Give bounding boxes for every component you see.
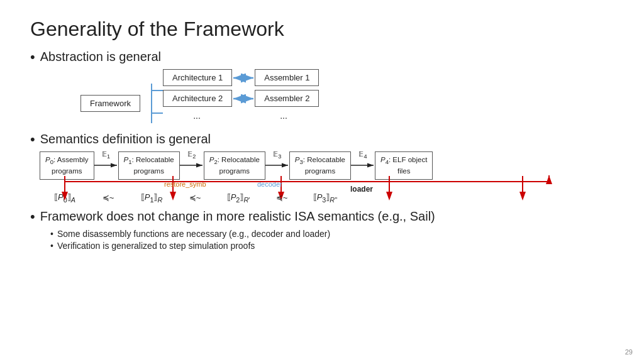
pipe-box-3: P3: Relocatableprograms [289, 151, 351, 180]
bullet2-main: • Semantics definition is general [30, 132, 614, 146]
sem-3: ⟦P3⟧R'' [294, 192, 357, 204]
edge-label-3: 𝔼4 [358, 150, 367, 160]
pipe-arrow-2: 𝔼3 [265, 159, 289, 172]
sub-bullet-2: • Verification is generalized to step si… [50, 241, 614, 251]
dots-spacer [232, 111, 255, 121]
pipeline-row: P0: Assemblyprograms 𝔼1 P1: Relocatablep… [40, 151, 614, 180]
rel-1: restore_symb ≼~ [183, 193, 207, 202]
bullet3-text: Framework does not change in more realis… [40, 209, 435, 224]
asm-dots: ... [258, 111, 309, 121]
pipe-box-4: P4: ELF objectfiles [375, 151, 433, 180]
rel-2: decoder ≼~ [270, 193, 294, 202]
sub-bullet1-text: Some disassembly functions are necessary… [57, 229, 330, 239]
arch1-box: Architecture 1 [163, 69, 232, 86]
bullet1-dot: • [30, 50, 35, 64]
slide: Generality of the Framework • Abstractio… [0, 0, 644, 362]
sem-1: ⟦P1⟧R [120, 192, 183, 204]
bullet1-main: • Abstraction is general [30, 50, 614, 64]
bullet2-section: • Semantics definition is general P0: As… [30, 132, 614, 203]
arrow-arch1-asm1 [232, 72, 255, 84]
pipe-arrow-3: 𝔼4 [351, 159, 375, 172]
arrow-arch2-asm2 [232, 92, 255, 105]
bullet3-dot: • [30, 210, 35, 224]
pipe-arrow-1: 𝔼2 [180, 159, 204, 172]
rel-0: ≼~ [96, 193, 120, 202]
sem-0: ⟦P0⟧A [33, 192, 96, 204]
bullet3-section: • Framework does not change in more real… [30, 209, 614, 251]
edge-label-1: 𝔼2 [187, 150, 196, 160]
fn-decoder: decoder [257, 180, 282, 188]
arch2-box: Architecture 2 [163, 90, 232, 107]
framework-box: Framework [80, 95, 140, 112]
arch-row-1: Architecture 1 Assembler [163, 69, 319, 86]
bullet1-section: • Abstraction is general Framework [30, 50, 614, 126]
edge-label-0: 𝔼1 [102, 150, 110, 160]
pipe-box-0: P0: Assemblyprograms [40, 151, 94, 180]
asm2-box: Assembler 2 [255, 90, 319, 107]
sub-bullet1-dot: • [50, 229, 53, 239]
arch-assembler-col: Architecture 1 Assembler [163, 69, 319, 121]
diagram1: Framework Architecture 1 [80, 69, 614, 126]
pipe-box-1: P1: Relocatableprograms [118, 151, 180, 180]
semantics-area: ⟦P0⟧A ≼~ ⟦P1⟧R restore_symb ≼~ ⟦ [33, 181, 614, 204]
bullet3-main: • Framework does not change in more real… [30, 209, 614, 224]
sub-bullets: • Some disassembly functions are necessa… [50, 229, 614, 251]
slide-title: Generality of the Framework [30, 18, 614, 41]
asm1-box: Assembler 1 [255, 69, 319, 86]
semantics-row: ⟦P0⟧A ≼~ ⟦P1⟧R restore_symb ≼~ ⟦ [33, 192, 614, 204]
arch-row-2: Architecture 2 Assembler 2 [163, 90, 319, 107]
framework-col: Framework [80, 80, 163, 126]
fn-loader: loader [350, 185, 373, 194]
sub-bullet-1: • Some disassembly functions are necessa… [50, 229, 614, 239]
branch-svg [140, 80, 163, 126]
bullet2-dot: • [30, 133, 35, 146]
bullet2-text: Semantics definition is general [40, 132, 211, 146]
pipe-box-2: P2: Relocatableprograms [204, 151, 265, 180]
page-number: 29 [625, 348, 633, 356]
arch-dots: ... [165, 111, 228, 121]
fn-restore: restore_symb [164, 180, 206, 188]
sub-bullet2-text: Verification is generalized to step simu… [57, 241, 255, 251]
pipe-arrow-0: 𝔼1 [94, 159, 118, 172]
sub-bullet2-dot: • [50, 241, 53, 251]
edge-label-2: 𝔼3 [273, 150, 281, 160]
sem-2: ⟦P2⟧R' [207, 192, 270, 204]
pipeline-wrapper: P0: Assemblyprograms 𝔼1 P1: Relocatablep… [33, 151, 614, 203]
bullet1-text: Abstraction is general [40, 50, 161, 64]
dots-row: ... ... [163, 111, 319, 121]
